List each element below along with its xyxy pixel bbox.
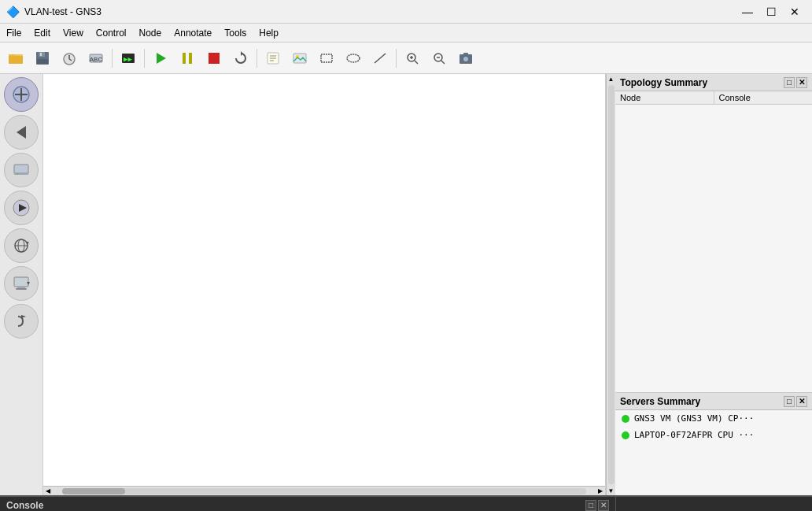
vertical-scrollbar[interactable]: ▲ ▼ bbox=[606, 74, 615, 495]
toolbar-separator-1 bbox=[112, 49, 113, 68]
rect-btn[interactable] bbox=[314, 46, 339, 71]
svg-marker-42 bbox=[17, 126, 26, 139]
console-header-controls: □ ✕ bbox=[585, 500, 609, 511]
save-btn[interactable] bbox=[30, 46, 55, 71]
select-tool-btn[interactable] bbox=[4, 77, 39, 112]
close-button[interactable]: ✕ bbox=[784, 1, 806, 23]
notes-btn[interactable] bbox=[260, 46, 286, 71]
topology-col-node: Node bbox=[615, 91, 714, 104]
menu-help[interactable]: Help bbox=[253, 24, 285, 42]
svg-rect-5 bbox=[40, 53, 42, 56]
reload-btn[interactable] bbox=[228, 46, 253, 71]
scroll-thumb[interactable] bbox=[62, 488, 125, 494]
sidebar bbox=[0, 74, 43, 495]
menu-node[interactable]: Node bbox=[133, 24, 168, 42]
svg-rect-53 bbox=[17, 287, 25, 288]
routers-btn[interactable] bbox=[4, 153, 39, 187]
topology-summary-header: Topology Summary □ ✕ bbox=[615, 74, 812, 91]
forward-btn[interactable] bbox=[4, 304, 39, 339]
svg-rect-25 bbox=[321, 54, 332, 62]
topology-table-header: Node Console bbox=[615, 91, 812, 105]
svg-rect-54 bbox=[16, 288, 27, 290]
menubar: File Edit View Control Node Annotate Too… bbox=[0, 24, 812, 43]
menu-tools[interactable]: Tools bbox=[218, 24, 253, 42]
svg-line-27 bbox=[375, 54, 386, 63]
svg-rect-37 bbox=[463, 53, 468, 55]
titlebar-title: VLAN-test - GNS3 bbox=[24, 6, 102, 17]
menu-control[interactable]: Control bbox=[90, 24, 133, 42]
right-panel: Topology Summary □ ✕ Node Console Server… bbox=[615, 74, 812, 495]
menu-annotate[interactable]: Annotate bbox=[168, 24, 218, 42]
console-all-btn[interactable]: ▶▶ bbox=[116, 46, 141, 71]
start-btn[interactable] bbox=[148, 46, 173, 71]
svg-point-41 bbox=[20, 93, 23, 96]
scroll-right-arrow[interactable]: ▶ bbox=[596, 487, 605, 496]
stop-btn[interactable] bbox=[201, 46, 227, 71]
svg-point-45 bbox=[17, 173, 18, 175]
console-right-filler bbox=[615, 497, 812, 511]
svg-text:ABC: ABC bbox=[90, 56, 103, 63]
menu-edit[interactable]: Edit bbox=[28, 24, 57, 42]
servers-close-btn[interactable]: ✕ bbox=[796, 396, 807, 407]
svg-text:▶▶: ▶▶ bbox=[124, 55, 132, 63]
svg-rect-15 bbox=[183, 53, 186, 64]
canvas-area-container: ◀ ▶ ▲ ▼ bbox=[43, 74, 615, 495]
svg-rect-44 bbox=[14, 172, 28, 175]
node-label-btn[interactable]: ABC bbox=[83, 46, 109, 71]
svg-rect-17 bbox=[209, 53, 220, 64]
canvas-area[interactable]: ◀ ▶ bbox=[43, 74, 606, 495]
server-status-dot-gns3vm bbox=[622, 415, 629, 423]
svg-marker-14 bbox=[157, 53, 166, 64]
menu-view[interactable]: View bbox=[57, 24, 90, 42]
titlebar-left: 🔷 VLAN-test - GNS3 bbox=[6, 6, 102, 18]
toolbar-separator-4 bbox=[396, 49, 397, 68]
network-devices-btn[interactable] bbox=[4, 228, 39, 263]
svg-rect-52 bbox=[14, 277, 28, 287]
toolbar: ABC ▶▶ bbox=[0, 43, 812, 74]
server-status-dot-laptop bbox=[622, 431, 629, 439]
svg-rect-2 bbox=[9, 56, 23, 64]
server-laptop-text: LAPTOP-0F72AFPR CPU ··· bbox=[634, 430, 754, 440]
svg-rect-6 bbox=[37, 59, 48, 64]
zoom-in-btn[interactable] bbox=[400, 46, 425, 71]
timer-btn[interactable] bbox=[57, 46, 82, 71]
console-close-btn[interactable]: ✕ bbox=[598, 500, 609, 511]
bottom-area: Console □ ✕ Running GNS3 version 2.2.43 … bbox=[0, 495, 812, 511]
svg-line-31 bbox=[415, 61, 418, 64]
servers-summary-header: Servers Summary □ ✕ bbox=[615, 393, 812, 410]
topology-summary-title: Topology Summary bbox=[620, 77, 707, 88]
topology-close-btn[interactable]: ✕ bbox=[796, 77, 807, 88]
svg-marker-18 bbox=[241, 51, 243, 56]
toolbar-separator-2 bbox=[144, 49, 145, 68]
topology-body bbox=[615, 105, 812, 392]
horizontal-scrollbar[interactable]: ◀ ▶ bbox=[43, 486, 605, 495]
play-pause-btn[interactable] bbox=[4, 191, 39, 225]
end-devices-btn[interactable] bbox=[4, 266, 39, 301]
open-folder-btn[interactable] bbox=[3, 46, 28, 71]
pause-btn[interactable] bbox=[175, 46, 200, 71]
scroll-track[interactable] bbox=[62, 488, 586, 494]
console-title: Console bbox=[6, 500, 43, 511]
toolbar-separator-3 bbox=[257, 49, 257, 68]
image-btn[interactable] bbox=[287, 46, 312, 71]
app-icon: 🔷 bbox=[6, 6, 20, 18]
topology-restore-btn[interactable]: □ bbox=[784, 77, 795, 88]
scroll-left-arrow[interactable]: ◀ bbox=[43, 487, 53, 496]
server-item-gns3vm: GNS3 VM (GNS3 VM) CP··· bbox=[615, 410, 812, 427]
menu-file[interactable]: File bbox=[0, 24, 28, 42]
server-gns3vm-text: GNS3 VM (GNS3 VM) CP··· bbox=[634, 413, 754, 424]
back-btn[interactable] bbox=[4, 115, 39, 150]
maximize-button[interactable]: ☐ bbox=[760, 1, 782, 23]
svg-line-34 bbox=[441, 61, 445, 64]
minimize-button[interactable]: — bbox=[736, 1, 758, 23]
zoom-out-btn[interactable] bbox=[426, 46, 452, 71]
servers-restore-btn[interactable]: □ bbox=[784, 396, 795, 407]
scroll-up-arrow[interactable]: ▲ bbox=[607, 74, 616, 83]
ellipse-btn[interactable] bbox=[341, 46, 366, 71]
line-btn[interactable] bbox=[367, 46, 393, 71]
topology-header-controls: □ ✕ bbox=[784, 77, 807, 88]
vscroll-track[interactable] bbox=[608, 85, 615, 484]
console-restore-btn[interactable]: □ bbox=[585, 500, 596, 511]
scroll-down-arrow[interactable]: ▼ bbox=[607, 486, 616, 495]
screenshot-btn[interactable] bbox=[453, 46, 478, 71]
